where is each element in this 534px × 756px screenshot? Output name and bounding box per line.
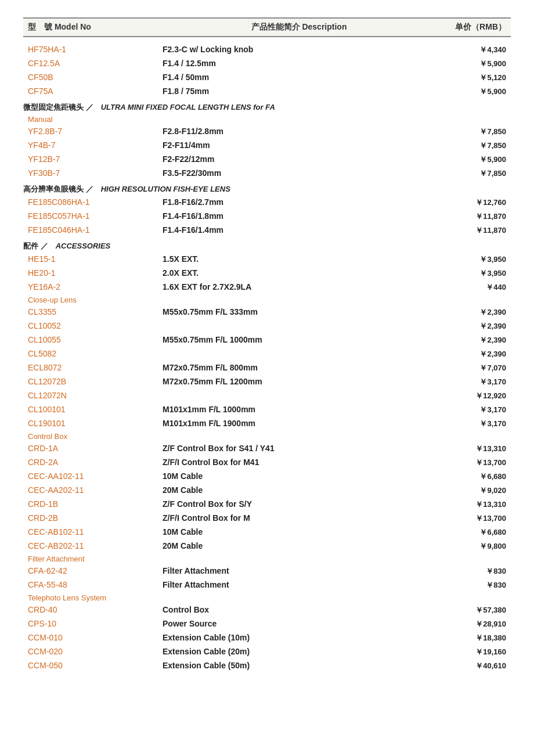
table-row: CCM-050Extension Cable (50m)￥40,610 — [23, 659, 511, 673]
row-price: ￥7,070 — [435, 363, 511, 373]
row-desc: Power Source — [163, 619, 435, 628]
table-row: CEC-AA202-1120M Cable￥9,020 — [23, 484, 511, 498]
section-header: 高分辨率鱼眼镜头 ／ HIGH RESOLUTION FISH-EYE LENS — [23, 181, 511, 196]
row-model: HE15-1 — [23, 254, 163, 264]
row-desc: F2-F11/4mm — [163, 141, 435, 150]
row-desc: F2-F22/12mm — [163, 154, 435, 164]
row-price: ￥19,160 — [435, 647, 511, 657]
row-price: ￥6,680 — [435, 471, 511, 482]
row-model: FE185C057HA-1 — [23, 211, 163, 221]
row-price: ￥3,950 — [435, 268, 511, 279]
row-model: HE20-1 — [23, 268, 163, 278]
table-row: CEC-AA102-1110M Cable￥6,680 — [23, 470, 511, 484]
table-row: CL12072BM72x0.75mm F/L 1200mm￥3,170 — [23, 375, 511, 389]
row-price: ￥2,390 — [435, 321, 511, 332]
table-row: ECL8072M72x0.75mm F/L 800mm￥7,070 — [23, 361, 511, 375]
table-row: CRD-1AZ/F Control Box for S41 / Y41￥13,3… — [23, 442, 511, 456]
row-desc: F1.4 / 50mm — [163, 73, 435, 82]
row-price: ￥28,910 — [435, 619, 511, 629]
row-desc: M101x1mm F/L 1000mm — [163, 405, 435, 414]
row-model: CEC-AB202-11 — [23, 541, 163, 550]
row-price: ￥9,800 — [435, 541, 511, 552]
row-desc: Filter Attachment — [163, 566, 435, 575]
row-model: CRD-1A — [23, 444, 163, 453]
row-model: CEC-AB102-11 — [23, 527, 163, 537]
row-desc: M72x0.75mm F/L 800mm — [163, 363, 435, 372]
sub-header: Manual — [23, 114, 511, 125]
sub-header: Filter Attachment — [23, 553, 511, 564]
table-row: YF4B-7F2-F11/4mm￥7,850 — [23, 139, 511, 153]
table-row: CL100101M101x1mm F/L 1000mm￥3,170 — [23, 403, 511, 417]
row-price: ￥11,870 — [435, 225, 511, 236]
row-price: ￥13,700 — [435, 513, 511, 524]
row-desc: M55x0.75mm F/L 333mm — [163, 307, 435, 316]
row-price: ￥440 — [435, 282, 511, 293]
row-desc: F1.8 / 75mm — [163, 87, 435, 96]
table-row: CRD-2AZ/F/I Control Box for M41￥13,700 — [23, 456, 511, 470]
row-price: ￥40,610 — [435, 661, 511, 671]
row-model: CFA-55-48 — [23, 580, 163, 589]
row-price: ￥11,870 — [435, 211, 511, 222]
table-header: 型 號 Model No 产品性能简介 Description 单价（RMB） — [23, 17, 511, 37]
row-price: ￥13,310 — [435, 444, 511, 454]
row-desc: M101x1mm F/L 1900mm — [163, 419, 435, 428]
sub-header: Control Box — [23, 431, 511, 442]
row-model: CL3355 — [23, 307, 163, 316]
row-model: YE16A-2 — [23, 282, 163, 291]
row-price: ￥3,170 — [435, 377, 511, 387]
row-price: ￥7,850 — [435, 127, 511, 137]
row-desc: Extension Cable (20m) — [163, 647, 435, 656]
row-desc: Extension Cable (10m) — [163, 633, 435, 642]
row-model: CRD-2B — [23, 513, 163, 523]
row-desc: 2.0X EXT. — [163, 268, 435, 278]
row-model: ECL8072 — [23, 363, 163, 372]
row-model: CF50B — [23, 73, 163, 82]
row-model: CCM-050 — [23, 661, 163, 670]
table-row: YE16A-21.6X EXT for 2.7X2.9LA￥440 — [23, 280, 511, 294]
header-desc: 产品性能简介 Description — [163, 22, 435, 33]
row-model: CPS-10 — [23, 619, 163, 628]
row-desc: F1.4 / 12.5mm — [163, 59, 435, 68]
row-model: CL100101 — [23, 405, 163, 414]
row-price: ￥18,380 — [435, 633, 511, 643]
table-row: YF30B-7F3.5-F22/30mm￥7,850 — [23, 167, 511, 181]
table-row: CL5082￥2,390 — [23, 347, 511, 361]
row-price: ￥5,900 — [435, 154, 511, 165]
row-desc: Z/F Control Box for S41 / Y41 — [163, 444, 435, 453]
row-price: ￥2,390 — [435, 307, 511, 318]
row-model: FE185C046HA-1 — [23, 225, 163, 235]
row-model: CCM-020 — [23, 647, 163, 656]
row-model: CL10055 — [23, 335, 163, 344]
row-desc: F1.8-F16/2.7mm — [163, 197, 435, 207]
row-desc: M55x0.75mm F/L 1000mm — [163, 335, 435, 344]
row-price: ￥12,760 — [435, 197, 511, 208]
row-desc: F1.4-F16/1.8mm — [163, 211, 435, 221]
row-price: ￥830 — [435, 566, 511, 577]
row-price: ￥830 — [435, 580, 511, 591]
sub-header: Close-up Lens — [23, 294, 511, 305]
table-row: CFA-62-42Filter Attachment￥830 — [23, 564, 511, 578]
sub-header: Telephoto Lens System — [23, 592, 511, 603]
row-model: CEC-AA102-11 — [23, 471, 163, 481]
row-desc: 10M Cable — [163, 527, 435, 537]
row-price: ￥6,680 — [435, 527, 511, 538]
row-price: ￥4,340 — [435, 45, 511, 55]
row-desc: 1.5X EXT. — [163, 254, 435, 264]
table-row: FE185C086HA-1F1.8-F16/2.7mm￥12,760 — [23, 196, 511, 210]
row-model: CEC-AA202-11 — [23, 485, 163, 495]
table-row: FE185C046HA-1F1.4-F16/1.4mm￥11,870 — [23, 224, 511, 237]
row-price: ￥7,850 — [435, 168, 511, 179]
row-price: ￥5,900 — [435, 87, 511, 97]
row-model: FE185C086HA-1 — [23, 197, 163, 207]
row-price: ￥3,170 — [435, 419, 511, 429]
table-row: CL10052￥2,390 — [23, 319, 511, 333]
row-model: CL5082 — [23, 349, 163, 358]
table-body: HF75HA-1F2.3-C w/ Locking knob￥4,340CF12… — [23, 43, 511, 673]
row-desc: Z/F/I Control Box for M41 — [163, 458, 435, 467]
row-desc: F2.8-F11/2.8mm — [163, 127, 435, 136]
table-row: CCM-010Extension Cable (10m)￥18,380 — [23, 631, 511, 645]
table-row: HE20-12.0X EXT.￥3,950 — [23, 267, 511, 280]
row-model: CRD-40 — [23, 605, 163, 614]
table-row: YF12B-7F2-F22/12mm￥5,900 — [23, 153, 511, 167]
table-row: CEC-AB202-1120M Cable￥9,800 — [23, 539, 511, 553]
